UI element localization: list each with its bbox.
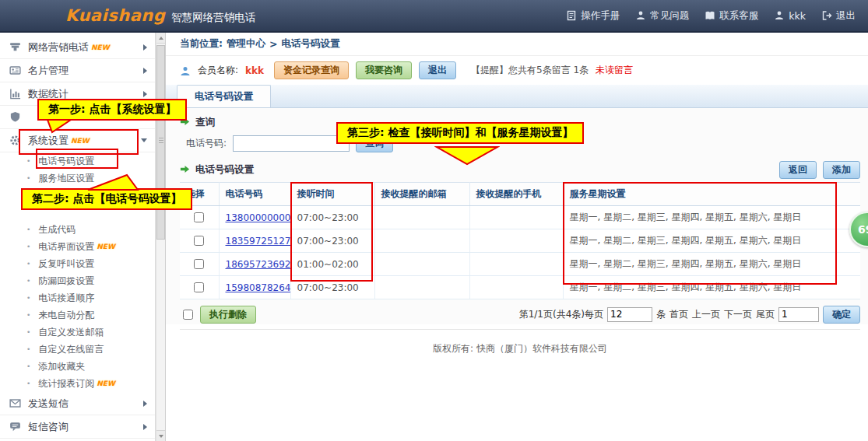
select-all-checkbox[interactable] xyxy=(183,310,193,320)
phone-number-link[interactable]: 13800000000 xyxy=(226,212,291,223)
submenu-item-repeat-call-settings[interactable]: 反复呼叫设置 xyxy=(0,255,155,272)
chevron-right-icon xyxy=(143,44,147,51)
notify-email-cell xyxy=(374,276,469,299)
sidebar-item-card-management[interactable]: 名片管理 xyxy=(0,59,155,82)
submenu-item-custom-sender-email[interactable]: 自定义发送邮箱 xyxy=(0,324,155,341)
green-arrow-icon xyxy=(180,164,191,175)
service-week-cell: 星期一, 星期二, 星期三, 星期四, 星期五, 星期六, 星期日 xyxy=(563,276,860,299)
scroll-down-arrow[interactable] xyxy=(156,430,165,441)
new-badge: NEW xyxy=(71,137,90,145)
chat-icon xyxy=(9,421,22,433)
submenu-item-auto-distribute[interactable]: 来电自动分配 xyxy=(0,306,155,324)
service-week-cell: 星期一, 星期二, 星期三, 星期四, 星期五, 星期六, 星期日 xyxy=(563,206,860,229)
faq-link[interactable]: 常见问题 xyxy=(635,9,689,23)
last-page-link[interactable]: 尾页 xyxy=(756,308,775,321)
phone-icon xyxy=(9,41,22,54)
prev-page-link[interactable]: 上一页 xyxy=(692,308,720,321)
add-button[interactable]: 添加 xyxy=(823,161,860,179)
submenu-item-phone-number-settings[interactable]: 电话号码设置 xyxy=(0,152,155,170)
consult-button[interactable]: 我要咨询 xyxy=(356,61,412,79)
faq-icon xyxy=(635,10,646,21)
phone-field-label: 电话号码: xyxy=(186,137,227,150)
table-row: 18359725127 07:00~23:00 星期一, 星期二, 星期三, 星… xyxy=(180,229,860,253)
member-name: kkk xyxy=(245,65,264,76)
manual-label: 操作手册 xyxy=(581,9,620,23)
row-checkbox[interactable] xyxy=(194,282,204,292)
sidebar-item-system-settings[interactable]: 系统设置 NEW xyxy=(0,129,155,152)
phone-search-input[interactable] xyxy=(233,135,350,152)
row-checkbox[interactable] xyxy=(194,236,204,246)
notify-mobile-cell xyxy=(469,229,563,253)
brand: Kuaishang 智慧网络营销电话 xyxy=(0,6,255,25)
submenu-item-custom-online-message[interactable]: 自定义在线留言 xyxy=(0,341,155,358)
breadcrumb: 当前位置: 管理中心 > 电话号码设置 xyxy=(166,33,868,56)
confirm-button[interactable]: 确定 xyxy=(823,306,860,324)
next-page-link[interactable]: 下一页 xyxy=(724,308,752,321)
chart-icon xyxy=(9,88,22,100)
user-account[interactable]: kkk xyxy=(774,10,806,22)
phone-number-link[interactable]: 15980878264 xyxy=(226,282,291,293)
chevron-right-icon xyxy=(143,91,147,97)
submenu-item-generate-code[interactable]: 生成代码 xyxy=(0,221,155,238)
notify-mobile-cell xyxy=(469,253,563,276)
logout-icon xyxy=(821,10,832,21)
row-checkbox[interactable] xyxy=(194,259,204,269)
service-week-cell: 星期一, 星期二, 星期三, 星期四, 星期五, 星期六, 星期日 xyxy=(563,229,860,253)
submenu-item-call-order[interactable]: 电话接通顺序 xyxy=(0,289,155,306)
sidebar-scrollbar[interactable] xyxy=(156,33,166,441)
phone-number-link[interactable]: 18695723692 xyxy=(226,259,291,270)
answer-time-cell: 07:00~23:00 xyxy=(290,229,374,253)
chevron-right-icon xyxy=(143,68,147,74)
breadcrumb-separator: > xyxy=(269,38,277,50)
submenu-item-phone-ui-settings[interactable]: 电话界面设置 NEW xyxy=(0,238,155,255)
top-bar: Kuaishang 智慧网络营销电话 操作手册 常见问题 联系客服 xyxy=(0,0,868,33)
submenu-item-missed-callback-settings[interactable]: 防漏回拨设置 xyxy=(0,272,155,289)
sidebar-item-marketing-phone[interactable]: 网络营销电话 NEW xyxy=(0,36,155,59)
main-content: 当前位置: 管理中心 > 电话号码设置 会员名称: kkk 资金记录查询 我要咨… xyxy=(166,33,868,441)
per-page-input[interactable] xyxy=(607,307,652,322)
phone-number-link[interactable]: 18359725127 xyxy=(226,236,291,247)
member-icon xyxy=(180,65,191,76)
back-button[interactable]: 返回 xyxy=(779,161,817,179)
service-week-cell: 星期一, 星期二, 星期三, 星期四, 星期五, 星期六, 星期日 xyxy=(563,253,860,276)
member-bar: 会员名称: kkk 资金记录查询 我要咨询 退出 【提醒】您共有5条留言 1条 … xyxy=(166,56,868,85)
submenu-item-report-subscription[interactable]: 统计报表订阅 NEW xyxy=(0,375,155,392)
new-badge: NEW xyxy=(91,44,110,51)
col-answer-time: 接听时间 xyxy=(290,183,374,206)
sidebar-item-label: 系统设置 xyxy=(28,134,69,148)
product-name: 智慧网络营销电话 xyxy=(171,11,255,25)
scroll-up-arrow[interactable] xyxy=(156,33,165,44)
submenu-item-service-area[interactable]: 服务地区设置 xyxy=(0,170,155,187)
username-label: kkk xyxy=(789,10,806,22)
first-page-link[interactable]: 首页 xyxy=(669,308,688,321)
sidebar-item-label: 名片管理 xyxy=(28,64,69,78)
list-section-title: 电话号码设置 xyxy=(180,162,779,177)
breadcrumb-part-management-center[interactable]: 管理中心 xyxy=(227,37,265,51)
breadcrumb-part-current: 电话号码设置 xyxy=(281,37,339,51)
phone-number-table: 选择 电话号码 接听时间 接收提醒的邮箱 接收提醒的手机 服务星期设置 1380… xyxy=(180,182,860,299)
table-row: 15980878264 07:00~23:00 星期一, 星期二, 星期三, 星… xyxy=(180,276,860,299)
notify-mobile-cell xyxy=(469,276,563,299)
fund-record-button[interactable]: 资金记录查询 xyxy=(274,61,349,79)
callout-step3: 第三步: 检查【接听时间】和【服务星期设置】 xyxy=(336,122,584,144)
manual-link[interactable]: 操作手册 xyxy=(566,9,620,23)
logout-button[interactable]: 退出 xyxy=(419,61,456,79)
sidebar-item-sms-consult[interactable]: 短信咨询 xyxy=(0,415,155,439)
row-checkbox[interactable] xyxy=(194,212,204,222)
sidebar-item-label: 短信咨询 xyxy=(28,420,69,434)
sidebar-item-send-sms[interactable]: 发送短信 xyxy=(0,392,155,415)
card-icon xyxy=(9,65,22,77)
submenu-item-add-favorites[interactable]: 添加收藏夹 xyxy=(0,358,155,375)
scrollbar-thumb[interactable] xyxy=(156,45,165,240)
table-row: 13800000000 07:00~23:00 星期一, 星期二, 星期三, 星… xyxy=(180,206,860,229)
support-book-icon xyxy=(705,10,715,21)
logout-link[interactable]: 退出 xyxy=(821,9,856,23)
delete-button[interactable]: 执行删除 xyxy=(200,306,256,324)
page-number-input[interactable] xyxy=(778,307,819,322)
kuaishang-logo: Kuaishang xyxy=(65,6,165,25)
table-header-row: 选择 电话号码 接听时间 接收提醒的邮箱 接收提醒的手机 服务星期设置 xyxy=(180,183,860,206)
unread-message-link[interactable]: 未读留言 xyxy=(596,64,633,77)
tab-phone-number-settings[interactable]: 电话号码设置 xyxy=(177,85,271,107)
message-notice: 【提醒】您共有5条留言 1条 xyxy=(471,64,589,77)
contact-support-link[interactable]: 联系客服 xyxy=(705,9,758,23)
